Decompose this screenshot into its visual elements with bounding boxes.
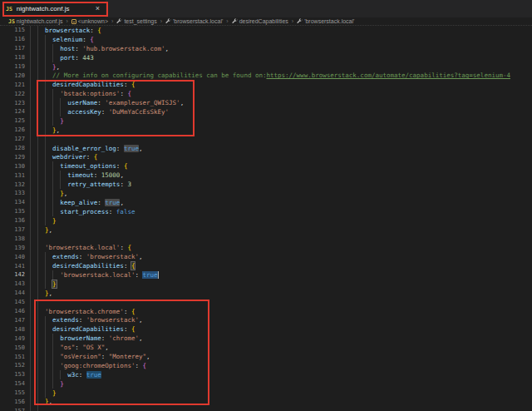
line-number[interactable]: 150 (0, 344, 25, 351)
line-number[interactable]: 123 (0, 100, 25, 106)
code-line[interactable]: 135 start_process: false (0, 207, 532, 216)
line-number[interactable]: 118 (0, 54, 25, 61)
line-number[interactable]: 130 (0, 163, 25, 170)
line-number[interactable]: 153 (0, 371, 25, 378)
line-number[interactable]: 145 (0, 299, 25, 305)
code-editor[interactable]: 115 browserstack: {116 selenium: {117 ho… (0, 26, 532, 411)
line-number[interactable]: 141 (0, 263, 25, 270)
code-line[interactable]: 141 desiredCapabilities: { (0, 261, 532, 270)
code-line[interactable]: 139 'browserstack.local': { (0, 243, 532, 252)
code-line[interactable]: 121 desiredCapabilities: { (0, 80, 532, 89)
code-line[interactable]: 145 (0, 298, 532, 307)
line-number[interactable]: 142 (0, 271, 25, 278)
code-line[interactable]: 148 desiredCapabilities: { (0, 324, 532, 334)
code-line[interactable]: 123 userName: 'exampleuser_QWISJS', (0, 98, 532, 107)
code-line[interactable]: 127 (0, 135, 532, 144)
line-number[interactable]: 156 (0, 399, 25, 405)
code-line[interactable]: 134 keep_alive: true, (0, 198, 532, 207)
tab-nightwatch-conf-js[interactable]: JS nightwatch.conf.js × (0, 0, 106, 17)
line-number[interactable]: 149 (0, 335, 25, 342)
breadcrumb-item[interactable]: test_settings (116, 18, 156, 24)
line-number[interactable]: 137 (0, 226, 25, 233)
line-number[interactable]: 124 (0, 108, 25, 115)
code-line[interactable]: 131 timeout: 15000, (0, 171, 532, 180)
line-number[interactable]: 119 (0, 63, 25, 70)
line-number[interactable]: 133 (0, 190, 25, 196)
line-number[interactable]: 135 (0, 208, 25, 215)
code-token: : (101, 353, 109, 360)
line-number[interactable]: 143 (0, 280, 25, 287)
code-line[interactable]: 122 'bstack:options': { (0, 89, 532, 98)
code-line[interactable]: 149 browserName: 'chrome', (0, 334, 532, 343)
code-line[interactable]: 119 }, (0, 62, 532, 72)
code-line[interactable]: 129 webdriver: { (0, 152, 532, 161)
close-icon[interactable]: × (96, 5, 100, 12)
code-line[interactable]: 125 } (0, 116, 532, 126)
code-line[interactable]: 153 w3c: true (0, 370, 532, 379)
line-number[interactable]: 146 (0, 308, 25, 314)
line-number[interactable]: 122 (0, 91, 25, 97)
code-line[interactable]: 116 selenium: { (0, 35, 532, 44)
code-line[interactable]: 137 }, (0, 225, 532, 235)
code-line[interactable]: 150 "os": "OS X", (0, 343, 532, 352)
breadcrumb-item[interactable]: 'browserstack.local' (165, 18, 223, 24)
code-line[interactable]: 155 } (0, 389, 532, 398)
line-number[interactable]: 121 (0, 82, 25, 88)
code-line[interactable]: 154 } (0, 379, 532, 389)
code-line[interactable]: 151 "osVersion": "Monterey", (0, 352, 532, 361)
code-line[interactable]: 115 browserstack: { (0, 26, 532, 35)
code-line[interactable]: 143 } (0, 280, 532, 289)
line-number[interactable]: 147 (0, 317, 25, 324)
line-number[interactable]: 125 (0, 117, 25, 124)
line-number[interactable]: 120 (0, 72, 25, 79)
code-token: : (75, 344, 82, 351)
code-line[interactable]: 128 disable_error_log: true, (0, 144, 532, 153)
code-line[interactable]: 126 }, (0, 126, 532, 135)
code-token: disable_error_log (52, 145, 116, 152)
code-line[interactable]: 152 'goog:chromeOptions': { (0, 361, 532, 370)
line-number[interactable]: 155 (0, 389, 25, 396)
line-number[interactable]: 134 (0, 199, 25, 206)
line-number[interactable]: 136 (0, 217, 25, 224)
code-line[interactable]: 140 extends: 'browserstack', (0, 252, 532, 261)
line-number[interactable]: 132 (0, 181, 25, 188)
line-number[interactable]: 126 (0, 126, 25, 133)
code-line[interactable]: 156 }, (0, 398, 532, 407)
line-number[interactable]: 154 (0, 380, 25, 387)
line-number[interactable]: 127 (0, 136, 25, 142)
breadcrumb-item[interactable]: desiredCapabilities (232, 18, 288, 24)
code-line[interactable]: 133 }, (0, 189, 532, 198)
code-line[interactable]: 136 } (0, 216, 532, 225)
code-line[interactable]: 118 port: 443 (0, 53, 532, 62)
line-number[interactable]: 115 (0, 27, 25, 33)
breadcrumb-item[interactable]: 'browserstack.local' (297, 18, 354, 24)
line-number[interactable]: 129 (0, 154, 25, 161)
line-number[interactable]: 140 (0, 254, 25, 260)
line-number[interactable]: 116 (0, 36, 25, 42)
code-line[interactable]: 147 extends: 'browserstack', (0, 316, 532, 325)
code-line[interactable]: 138 (0, 234, 532, 243)
line-number[interactable]: 131 (0, 172, 25, 179)
code-line[interactable]: 117 host: 'hub.browserstack.com', (0, 44, 532, 53)
code-line-content: browserName: 'chrome', (30, 334, 142, 343)
line-number[interactable]: 144 (0, 290, 25, 296)
line-number[interactable]: 152 (0, 362, 25, 369)
code-line[interactable]: 157 (0, 406, 532, 411)
code-line[interactable]: 144 }, (0, 289, 532, 298)
breadcrumb-item[interactable]: <unknown> (71, 18, 108, 24)
line-number[interactable]: 128 (0, 145, 25, 151)
code-line[interactable]: 120 // More info on configuring capabili… (0, 71, 532, 80)
line-number[interactable]: 157 (0, 408, 25, 411)
code-line[interactable]: 132 retry_attempts: 3 (0, 180, 532, 189)
indent-guide (52, 98, 53, 107)
line-number[interactable]: 151 (0, 354, 25, 360)
line-number[interactable]: 148 (0, 326, 25, 333)
code-line[interactable]: 146 'browserstack.chrome': { (0, 307, 532, 316)
code-line[interactable]: 124 accessKey: 'DuMmYaCcEsSkEy' (0, 107, 532, 116)
code-line[interactable]: 142 'browserstack.local': true (0, 270, 532, 280)
line-number[interactable]: 138 (0, 235, 25, 242)
code-line[interactable]: 130 timeout_options: { (0, 161, 532, 171)
line-number[interactable]: 117 (0, 45, 25, 52)
breadcrumb-item[interactable]: JSnightwatch.conf.js (8, 18, 62, 25)
line-number[interactable]: 139 (0, 245, 25, 251)
